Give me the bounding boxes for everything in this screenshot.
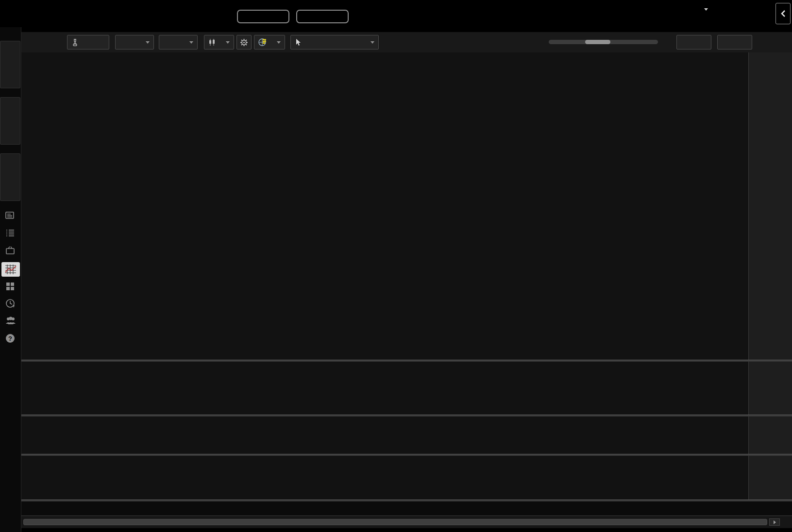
scrollbar-thumb[interactable] xyxy=(23,519,767,525)
scrollbar-right-arrow[interactable] xyxy=(769,518,780,526)
horizontal-scrollbar[interactable] xyxy=(21,515,792,528)
trading-platform-window: ? xyxy=(0,0,792,532)
arrow-right-icon xyxy=(774,520,776,524)
price-chart-canvas[interactable] xyxy=(0,0,792,532)
chart-canvas-wrap xyxy=(0,0,792,532)
